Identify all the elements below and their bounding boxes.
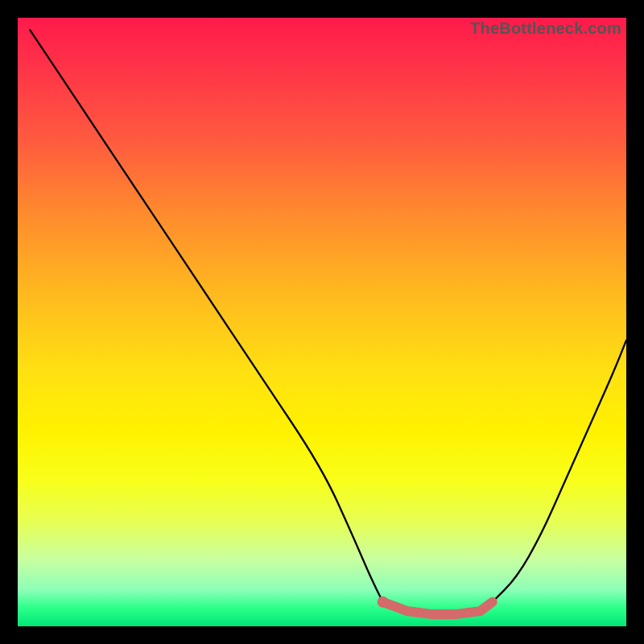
accent-dot [378, 597, 389, 608]
curve-right [493, 341, 626, 602]
chart-svg [18, 18, 626, 626]
accent-segment [383, 602, 493, 614]
curve-left [30, 30, 382, 602]
chart-frame: TheBottleneck.com [0, 0, 644, 644]
plot-area: TheBottleneck.com [18, 18, 626, 626]
